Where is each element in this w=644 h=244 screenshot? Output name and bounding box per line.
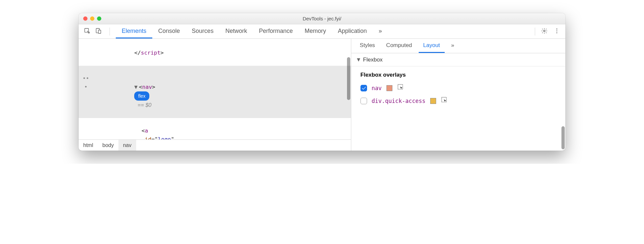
scrollbar-thumb[interactable] (561, 126, 565, 149)
main-toolbar: Elements Console Sources Network Perform… (79, 24, 565, 39)
expand-arrow-icon: ▼ (356, 57, 360, 63)
body-split: </script> ••• ▼<nav> flex == $0 <a id="l… (79, 39, 565, 151)
flexbox-section-header[interactable]: ▼ Flexbox (351, 53, 565, 66)
svg-point-5 (557, 30, 557, 31)
dom-node-script-close[interactable]: </script> (79, 40, 351, 66)
breadcrumbs: html body nav (79, 139, 351, 151)
console-reference: == $0 (137, 102, 151, 108)
tab-performance[interactable]: Performance (253, 24, 299, 38)
separator (110, 28, 110, 36)
overlays-subtitle: Flexbox overlays (351, 66, 565, 82)
minimize-window-button[interactable] (90, 16, 94, 21)
color-swatch[interactable] (430, 98, 436, 104)
sidebar-tabs-overflow[interactable]: » (447, 39, 459, 53)
overlay-checkbox[interactable] (360, 85, 367, 91)
reveal-element-icon[interactable] (441, 96, 448, 105)
overlay-checkbox[interactable] (360, 98, 367, 104)
traffic-lights (79, 16, 101, 21)
flex-badge[interactable]: flex (134, 91, 149, 101)
elements-panel: </script> ••• ▼<nav> flex == $0 <a id="l… (79, 39, 351, 151)
window-title: DevTools - jec.fyi/ (79, 16, 565, 21)
reveal-element-icon[interactable] (397, 84, 404, 92)
dom-tree[interactable]: </script> ••• ▼<nav> flex == $0 <a id="l… (79, 39, 351, 139)
tab-memory[interactable]: Memory (299, 24, 332, 38)
scrollbar-thumb[interactable] (347, 57, 350, 100)
styles-sidebar: Styles Computed Layout » ▼ Flexbox Flexb… (351, 39, 565, 151)
close-window-button[interactable] (83, 16, 87, 21)
titlebar: DevTools - jec.fyi/ (79, 13, 565, 24)
tab-sources[interactable]: Sources (186, 24, 219, 38)
sidebar-tab-layout[interactable]: Layout (419, 39, 445, 53)
tab-network[interactable]: Network (219, 24, 253, 38)
settings-icon[interactable] (541, 28, 548, 36)
zoom-window-button[interactable] (97, 16, 101, 21)
sidebar-tab-computed[interactable]: Computed (382, 39, 416, 53)
tab-console[interactable]: Console (152, 24, 186, 38)
svg-rect-2 (98, 30, 101, 33)
tab-application[interactable]: Application (332, 24, 373, 38)
svg-point-4 (557, 28, 557, 29)
sidebar-tab-styles[interactable]: Styles (355, 39, 380, 53)
sidebar-tabs: Styles Computed Layout » (351, 39, 565, 53)
layout-panel: ▼ Flexbox Flexbox overlays nav div (351, 53, 565, 151)
inspect-element-icon[interactable] (84, 28, 90, 36)
gutter-menu-icon[interactable]: ••• (81, 74, 90, 91)
kebab-menu-icon[interactable] (554, 28, 560, 36)
dom-node-nav[interactable]: ••• ▼<nav> flex == $0 (79, 66, 351, 118)
separator (535, 28, 535, 36)
svg-point-6 (557, 32, 557, 33)
panel-tabs: Elements Console Sources Network Perform… (116, 24, 529, 38)
overlay-row-quick-access: div.quick-access (351, 94, 565, 107)
dom-node-a[interactable]: <a id="logo" href="/">Page title</a> (79, 118, 351, 139)
breadcrumb-body[interactable]: body (98, 140, 118, 151)
tabs-overflow[interactable]: » (373, 24, 388, 38)
tab-elements[interactable]: Elements (116, 24, 152, 38)
svg-point-3 (544, 30, 545, 32)
breadcrumb-html[interactable]: html (79, 140, 98, 151)
breadcrumb-nav[interactable]: nav (118, 140, 136, 151)
expand-arrow-icon[interactable]: ▼ (134, 83, 139, 91)
overlay-name: nav (372, 85, 382, 91)
section-title: Flexbox (363, 57, 383, 63)
devtools-window: DevTools - jec.fyi/ Elements Console Sou… (79, 13, 565, 151)
overlay-name: div.quick-access (372, 98, 426, 104)
overlay-row-nav: nav (351, 82, 565, 94)
device-toolbar-icon[interactable] (95, 28, 102, 36)
color-swatch[interactable] (386, 85, 392, 91)
